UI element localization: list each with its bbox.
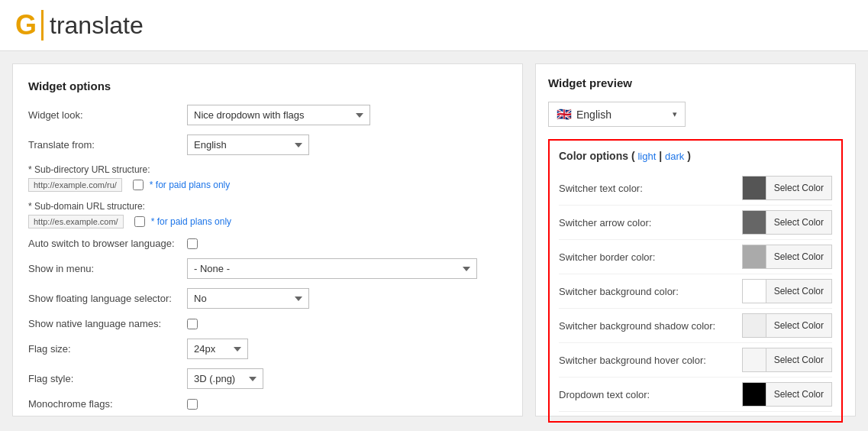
color-label: Switcher border color:	[559, 251, 655, 263]
color-select-label: Select Color	[766, 280, 831, 303]
main-content: Widget options Widget look: Nice dropdow…	[0, 51, 868, 429]
show-floating-select[interactable]: No	[187, 288, 309, 309]
auto-switch-row: Auto switch to browser language:	[28, 238, 507, 249]
color-label: Switcher background shadow color:	[559, 320, 715, 332]
show-in-menu-row: Show in menu: - None -	[28, 258, 507, 279]
color-swatch	[743, 348, 766, 371]
color-swatch	[743, 383, 766, 406]
subdirectory-checkbox[interactable]	[133, 180, 144, 190]
color-row: Switcher arrow color:Select Color	[559, 206, 832, 240]
color-select-label: Select Color	[766, 245, 831, 268]
logo-g: G	[15, 9, 37, 41]
auto-switch-label: Auto switch to browser language:	[28, 238, 181, 249]
auto-switch-checkbox[interactable]	[187, 238, 198, 249]
widget-options-title: Widget options	[28, 79, 507, 92]
color-select-label: Select Color	[766, 314, 831, 337]
color-row: Switcher text color:Select Color	[559, 171, 832, 206]
color-select-label: Select Color	[766, 383, 831, 406]
chevron-down-icon: ▾	[673, 109, 677, 119]
color-swatch	[743, 245, 766, 268]
color-select-button[interactable]: Select Color	[742, 245, 832, 269]
color-label: Switcher background color:	[559, 286, 679, 297]
subdomain-checkbox[interactable]	[134, 216, 145, 227]
color-light-link[interactable]: light	[637, 151, 656, 162]
preview-language-dropdown[interactable]: 🇬🇧 English ▾	[548, 102, 686, 127]
flag-size-row: Flag size: 24px	[28, 339, 507, 359]
right-panel: Widget preview 🇬🇧 English ▾ Color option…	[535, 63, 856, 416]
subdomain-url: http://es.example.com/	[28, 215, 124, 228]
flag-style-row: Flag style: 3D (.png)	[28, 368, 507, 389]
show-floating-label: Show floating language selector:	[28, 293, 181, 304]
widget-look-select[interactable]: Nice dropdown with flags	[187, 105, 370, 125]
subdomain-controls: http://es.example.com/ * for paid plans …	[28, 215, 507, 228]
widget-preview-title: Widget preview	[548, 76, 843, 89]
left-panel: Widget options Widget look: Nice dropdow…	[12, 63, 523, 416]
subdirectory-controls: http://example.com/ru/ * for paid plans …	[28, 178, 507, 192]
color-row: Switcher background color:Select Color	[559, 274, 832, 309]
preview-language-text: English	[576, 109, 673, 121]
color-label: Dropdown text color:	[559, 389, 650, 400]
subdirectory-paid-link[interactable]: * for paid plans only	[150, 180, 230, 190]
color-dark-link[interactable]: dark	[665, 151, 684, 162]
subdirectory-url: http://example.com/ru/	[28, 178, 122, 192]
color-label: Switcher background hover color:	[559, 355, 706, 366]
show-in-menu-label: Show in menu:	[28, 263, 181, 274]
subdomain-row: * Sub-domain URL structure: http://es.ex…	[28, 201, 507, 228]
app-header: G translate	[0, 0, 868, 51]
translate-from-row: Translate from: English	[28, 134, 507, 155]
subdirectory-row: * Sub-directory URL structure: http://ex…	[28, 164, 507, 192]
flag-style-select[interactable]: 3D (.png)	[187, 368, 263, 389]
color-swatch	[743, 177, 766, 199]
color-select-label: Select Color	[766, 211, 831, 234]
color-swatch	[743, 211, 766, 234]
monochrome-flags-checkbox[interactable]	[187, 399, 198, 410]
show-floating-row: Show floating language selector: No	[28, 288, 507, 309]
show-native-row: Show native language names:	[28, 318, 507, 329]
show-native-label: Show native language names:	[28, 318, 181, 329]
color-select-button[interactable]: Select Color	[742, 176, 832, 200]
subdomain-label: * Sub-domain URL structure:	[28, 201, 507, 212]
color-select-label: Select Color	[766, 348, 831, 371]
color-rows-container: Switcher text color:Select ColorSwitcher…	[559, 171, 832, 412]
monochrome-flags-row: Monochrome flags:	[28, 398, 507, 410]
color-select-label: Select Color	[766, 177, 831, 199]
color-select-button[interactable]: Select Color	[742, 279, 832, 303]
subdirectory-label: * Sub-directory URL structure:	[28, 164, 507, 175]
uk-flag-icon: 🇬🇧	[557, 107, 572, 122]
flag-size-select[interactable]: 24px	[187, 339, 248, 359]
translate-from-label: Translate from:	[28, 139, 181, 151]
color-select-button[interactable]: Select Color	[742, 382, 832, 407]
flag-style-label: Flag style:	[28, 373, 181, 384]
monochrome-flags-label: Monochrome flags:	[28, 398, 181, 410]
color-swatch	[743, 280, 766, 303]
color-row: Switcher background hover color:Select C…	[559, 343, 832, 378]
color-select-button[interactable]: Select Color	[742, 313, 832, 338]
color-row: Switcher border color:Select Color	[559, 240, 832, 274]
color-select-button[interactable]: Select Color	[742, 348, 832, 372]
subdomain-paid-link[interactable]: * for paid plans only	[151, 216, 231, 227]
show-in-menu-select[interactable]: - None -	[187, 258, 477, 279]
color-row: Switcher background shadow color:Select …	[559, 309, 832, 343]
color-swatch	[743, 314, 766, 337]
widget-look-label: Widget look:	[28, 109, 181, 121]
color-select-button[interactable]: Select Color	[742, 210, 832, 235]
color-row: Dropdown text color:Select Color	[559, 378, 832, 412]
logo-text: translate	[50, 11, 144, 40]
logo-separator	[41, 10, 44, 41]
color-label: Switcher text color:	[559, 183, 643, 194]
color-options-title: Color options ( light | dark )	[559, 150, 832, 162]
color-options-box: Color options ( light | dark ) Switcher …	[548, 139, 843, 423]
flag-size-label: Flag size:	[28, 343, 181, 355]
translate-from-select[interactable]: English	[187, 134, 309, 155]
color-label: Switcher arrow color:	[559, 217, 651, 228]
show-native-checkbox[interactable]	[187, 319, 198, 329]
widget-look-row: Widget look: Nice dropdown with flags	[28, 105, 507, 125]
